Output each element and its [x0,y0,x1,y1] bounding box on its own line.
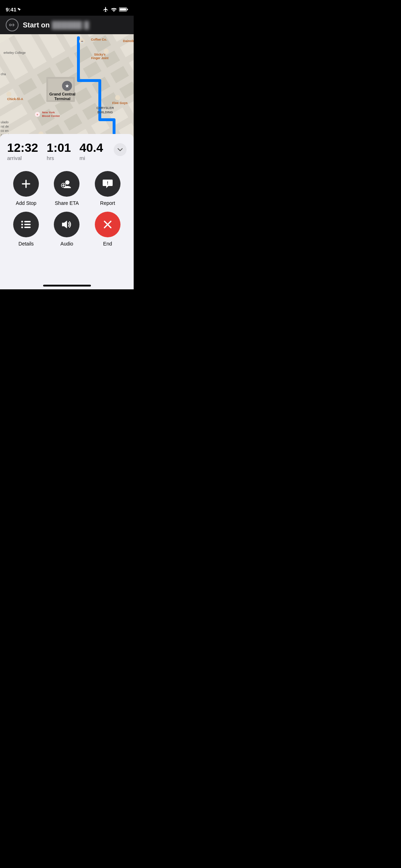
report-circle: ! [95,171,120,197]
arrow-right-icon [9,22,16,27]
details-label: Details [19,241,34,247]
arrival-label: arrival [7,155,38,161]
svg-text:☕: ☕ [80,40,84,44]
add-stop-circle [13,171,39,197]
eta-row: 12:32 arrival 1:01 hrs 40.4 mi [7,141,127,161]
list-icon [20,219,32,229]
report-icon: ! [102,178,113,190]
status-time: 9:41 [6,6,21,12]
svg-text:Terminal: Terminal [54,97,70,101]
svg-text:ulado: ulado [1,120,9,124]
report-button[interactable]: ! Report [89,171,127,206]
plus-icon [21,179,31,189]
svg-rect-81 [24,224,31,225]
svg-rect-80 [24,221,31,222]
audio-circle [54,212,79,237]
bottom-panel: 12:32 arrival 1:01 hrs 40.4 mi Add Stop [0,134,134,289]
distance-label: mi [79,155,103,161]
svg-text:BUILDING: BUILDING [97,110,113,114]
svg-text:co en: co en [1,129,9,133]
nav-street-blurred: ██████ █ [52,21,89,29]
svg-rect-2 [127,9,128,10]
report-label: Report [100,200,115,206]
location-arrow-icon [17,7,21,11]
arrival-time: 12:32 [7,141,38,154]
eta-expand-button[interactable] [114,143,127,156]
x-icon [102,219,113,230]
svg-text:Chick-fil-A: Chick-fil-A [7,97,24,101]
eta-duration: 1:01 hrs [47,141,71,161]
end-circle [95,212,120,237]
duration-label: hrs [47,155,71,161]
svg-point-79 [21,227,23,228]
eta-distance: 40.4 mi [79,141,103,161]
time-display: 9:41 [6,6,16,12]
end-label: End [103,241,112,247]
svg-text:!: ! [107,180,108,186]
svg-point-55 [6,92,11,97]
airplane-icon [103,6,109,12]
nav-instruction: Start on ██████ █ [23,21,89,29]
details-button[interactable]: Details [7,212,45,247]
svg-text:CHRYSLER: CHRYSLER [96,106,114,110]
add-stop-label: Add Stop [16,200,36,206]
duration-value: 1:01 [47,141,71,154]
svg-text:Finger Joint: Finger Joint [91,56,109,60]
svg-point-77 [21,221,23,223]
svg-text:Five Guys: Five Guys [112,101,128,105]
svg-rect-3 [120,8,126,11]
share-eta-circle [54,171,79,197]
share-eta-label: Share ETA [55,200,79,206]
svg-text:+: + [36,113,38,117]
add-stop-button[interactable]: Add Stop [7,171,45,206]
audio-label: Audio [61,241,73,247]
svg-text:cha: cha [1,72,6,76]
wifi-icon [111,7,117,12]
svg-text:Grand Central: Grand Central [49,92,75,96]
share-eta-button[interactable]: Share ETA [48,171,86,206]
audio-button[interactable]: Audio [48,212,86,247]
svg-text:New York: New York [42,111,55,114]
nav-direction-icon [6,19,19,31]
svg-text:★: ★ [65,83,70,89]
svg-rect-82 [24,227,31,228]
status-icons [103,6,128,12]
svg-text:Sticky's: Sticky's [94,53,106,56]
svg-text:Dainob: Dainob [123,39,134,43]
map-svg: ★ Grand Central Terminal ☕ Coffee Co. CH… [0,34,134,148]
svg-point-57 [115,95,120,100]
action-grid: Add Stop Share ETA [7,171,127,247]
svg-text:Blood Center: Blood Center [42,114,60,118]
home-indicator [43,285,91,286]
battery-icon [119,7,128,12]
svg-point-74 [65,180,70,185]
nav-banner: Start on ██████ █ [0,16,134,34]
chevron-down-icon [118,148,123,151]
svg-text:erkeley College: erkeley College [4,51,26,55]
details-circle [13,212,39,237]
distance-value: 40.4 [79,141,103,154]
svg-text:ral de: ral de [1,125,9,128]
svg-point-78 [21,224,23,226]
status-bar: 9:41 [0,0,134,16]
svg-text:Coffee Co.: Coffee Co. [91,38,107,41]
map-area: ★ Grand Central Terminal ☕ Coffee Co. CH… [0,34,134,148]
share-eta-icon [60,177,73,190]
eta-arrival: 12:32 arrival [7,141,38,161]
end-button[interactable]: End [89,212,127,247]
svg-point-0 [113,11,114,11]
audio-icon [61,219,73,230]
